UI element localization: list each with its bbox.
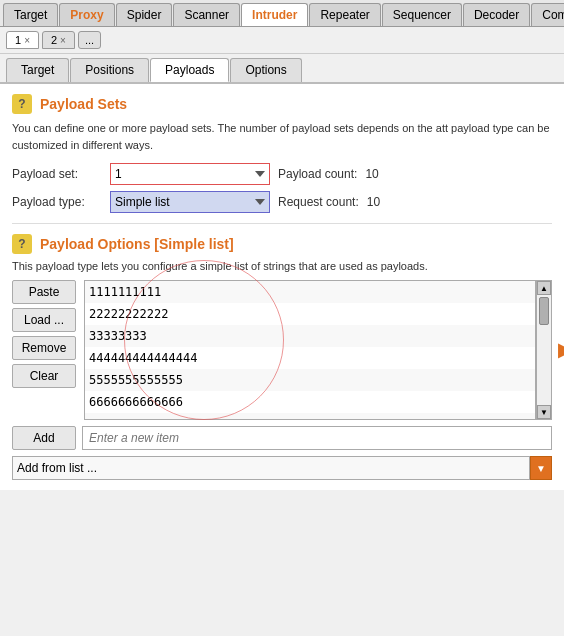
number-tab-1[interactable]: 1 × <box>6 31 39 49</box>
request-count-value: 10 <box>367 195 380 209</box>
number-tab-2[interactable]: 2 × <box>42 31 75 49</box>
scroll-up-icon[interactable]: ▲ <box>537 281 551 295</box>
add-item-input[interactable] <box>82 426 552 450</box>
payload-type-select[interactable]: Simple list Runtime file Custom iterator… <box>110 191 270 213</box>
payload-options-help-icon[interactable]: ? <box>12 234 32 254</box>
scroll-down-icon[interactable]: ▼ <box>537 405 551 419</box>
payload-sets-title: Payload Sets <box>40 96 127 112</box>
list-item[interactable]: 22222222222 <box>85 303 535 325</box>
payload-options-title: Payload Options [Simple list] <box>40 236 234 252</box>
payload-options-section: ? Payload Options [Simple list] This pay… <box>12 234 552 480</box>
list-item[interactable]: 5555555555555 <box>85 369 535 391</box>
tab-target-section[interactable]: Target <box>6 58 69 82</box>
section-tabs: Target Positions Payloads Options <box>0 54 564 84</box>
tab-repeater[interactable]: Repeater <box>309 3 380 26</box>
arrow-indicator-icon: ▶ <box>558 339 564 361</box>
clear-button[interactable]: Clear <box>12 364 76 388</box>
tab-spider[interactable]: Spider <box>116 3 173 26</box>
add-from-list-arrow-icon[interactable]: ▼ <box>530 456 552 480</box>
number-tab-2-label: 2 <box>51 34 57 46</box>
add-row: Add <box>12 426 552 450</box>
list-item[interactable]: 33333333 <box>85 325 535 347</box>
scrollbar[interactable]: ▲ ▼ <box>536 280 552 420</box>
payload-set-select[interactable]: 1 2 <box>110 163 270 185</box>
payload-options-desc: This payload type lets you configure a s… <box>12 260 552 272</box>
payload-options-header: ? Payload Options [Simple list] <box>12 234 552 254</box>
scroll-thumb[interactable] <box>539 297 549 325</box>
main-content: ? Payload Sets You can define one or mor… <box>0 84 564 490</box>
payload-set-row: Payload set: 1 2 Payload count: 10 <box>12 163 552 185</box>
tab-intruder[interactable]: Intruder <box>241 3 308 26</box>
payload-count-label: Payload count: <box>278 167 357 181</box>
tab-positions-section[interactable]: Positions <box>70 58 149 82</box>
tab-payloads-section[interactable]: Payloads <box>150 58 229 82</box>
tab-options-section[interactable]: Options <box>230 58 301 82</box>
payload-count-value: 10 <box>365 167 378 181</box>
add-from-list-row: Add from list ... ▼ <box>12 456 552 480</box>
remove-button[interactable]: Remove <box>12 336 76 360</box>
payload-sets-header: ? Payload Sets <box>12 94 552 114</box>
number-tab-1-label: 1 <box>15 34 21 46</box>
add-from-list-select[interactable]: Add from list ... <box>12 456 530 480</box>
number-tab-dots[interactable]: ... <box>78 31 101 49</box>
tab-proxy[interactable]: Proxy <box>59 3 114 26</box>
tab-comparer[interactable]: Comparer <box>531 3 564 26</box>
list-item[interactable]: 1111111111 <box>85 281 535 303</box>
tab-target[interactable]: Target <box>3 3 58 26</box>
payload-sets-desc: You can define one or more payload sets.… <box>12 120 552 153</box>
request-count-label: Request count: <box>278 195 359 209</box>
list-buttons: Paste Load ... Remove Clear <box>12 280 76 420</box>
tab-decoder[interactable]: Decoder <box>463 3 530 26</box>
payload-sets-help-icon[interactable]: ? <box>12 94 32 114</box>
list-item[interactable]: 6666666666666 <box>85 391 535 413</box>
list-item[interactable]: 7777777777777 <box>85 413 535 420</box>
payload-type-row: Payload type: Simple list Runtime file C… <box>12 191 552 213</box>
payload-set-label: Payload set: <box>12 167 102 181</box>
number-tabs: 1 × 2 × ... <box>0 27 564 54</box>
close-tab-2-icon[interactable]: × <box>60 35 66 46</box>
payload-type-label: Payload type: <box>12 195 102 209</box>
section-divider <box>12 223 552 224</box>
paste-button[interactable]: Paste <box>12 280 76 304</box>
add-button[interactable]: Add <box>12 426 76 450</box>
payload-list[interactable]: 1111111111222222222223333333344444444444… <box>84 280 536 420</box>
list-container: Paste Load ... Remove Clear 111111111122… <box>12 280 552 420</box>
tab-sequencer[interactable]: Sequencer <box>382 3 462 26</box>
top-nav: Target Proxy Spider Scanner Intruder Rep… <box>0 0 564 27</box>
tab-scanner[interactable]: Scanner <box>173 3 240 26</box>
load-button[interactable]: Load ... <box>12 308 76 332</box>
list-item[interactable]: 444444444444444 <box>85 347 535 369</box>
close-tab-1-icon[interactable]: × <box>24 35 30 46</box>
